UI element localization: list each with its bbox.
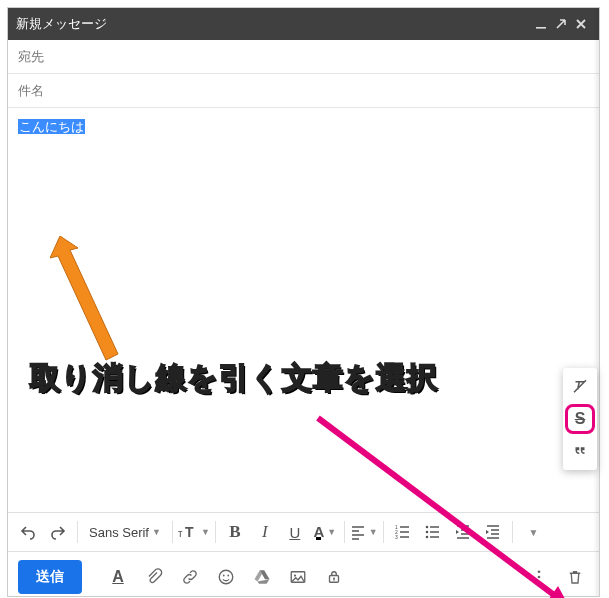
more-options-button[interactable] xyxy=(525,563,553,591)
insert-drive-button[interactable] xyxy=(248,563,276,591)
font-size-button[interactable]: тT ▼ xyxy=(178,518,210,546)
toolbar-separator xyxy=(215,521,216,543)
remove-formatting-button[interactable] xyxy=(565,372,595,402)
chevron-down-icon: ▼ xyxy=(152,527,161,537)
svg-point-25 xyxy=(538,576,541,579)
underline-button[interactable]: U xyxy=(281,518,309,546)
svg-rect-0 xyxy=(536,27,546,29)
italic-button[interactable]: I xyxy=(251,518,279,546)
chevron-down-icon: ▼ xyxy=(201,527,210,537)
confidential-mode-button[interactable] xyxy=(320,563,348,591)
svg-point-13 xyxy=(219,570,233,584)
svg-point-24 xyxy=(538,570,541,573)
annotation-text: 取り消し線を引く文章を選択 xyxy=(30,358,438,399)
font-family-selector[interactable]: Sans Serif ▼ xyxy=(83,518,167,546)
close-button[interactable] xyxy=(571,14,591,34)
text-color-button[interactable]: A ▼ xyxy=(311,518,339,546)
numbered-list-button[interactable]: 123 xyxy=(389,518,417,546)
svg-marker-1 xyxy=(50,236,118,360)
svg-text:т: т xyxy=(178,528,183,539)
insert-link-button[interactable] xyxy=(176,563,204,591)
send-button[interactable]: 送信 xyxy=(18,560,82,594)
attach-file-button[interactable] xyxy=(140,563,168,591)
svg-marker-18 xyxy=(258,579,270,584)
compose-body[interactable]: こんにちは 取り消し線を引く文章を選択 xyxy=(8,108,599,512)
to-field[interactable]: 宛先 xyxy=(8,40,599,74)
toolbar-separator xyxy=(77,521,78,543)
subject-label: 件名 xyxy=(18,82,44,100)
svg-point-8 xyxy=(426,526,429,529)
undo-button[interactable] xyxy=(14,518,42,546)
toolbar-separator xyxy=(172,521,173,543)
format-toolbar: Sans Serif ▼ тT ▼ B I U A ▼ ▼ 123 xyxy=(8,512,599,552)
svg-text:T: T xyxy=(185,524,194,540)
compose-titlebar: 新規メッセージ xyxy=(8,8,599,40)
svg-point-9 xyxy=(426,531,429,534)
toolbar-separator xyxy=(344,521,345,543)
text-color-glyph: A xyxy=(313,523,324,542)
bold-button[interactable]: B xyxy=(221,518,249,546)
svg-rect-23 xyxy=(333,579,334,581)
indent-less-button[interactable] xyxy=(449,518,477,546)
bulleted-list-button[interactable] xyxy=(419,518,447,546)
svg-marker-12 xyxy=(486,530,489,534)
align-button[interactable]: ▼ xyxy=(350,518,378,546)
formatting-toggle-button[interactable]: A xyxy=(104,563,132,591)
quote-button[interactable] xyxy=(565,436,595,466)
redo-button[interactable] xyxy=(44,518,72,546)
svg-marker-11 xyxy=(456,530,459,534)
popout-button[interactable] xyxy=(551,14,571,34)
annotation-arrow-top xyxy=(50,236,140,366)
compose-window: 新規メッセージ 宛先 件名 こんにちは xyxy=(8,8,599,596)
insert-photo-button[interactable] xyxy=(284,563,312,591)
svg-point-10 xyxy=(426,536,429,539)
subject-field[interactable]: 件名 xyxy=(8,74,599,108)
svg-text:3: 3 xyxy=(395,534,398,540)
selected-body-text: こんにちは xyxy=(18,119,85,134)
toolbar-separator xyxy=(512,521,513,543)
toolbar-separator xyxy=(383,521,384,543)
formatting-toggle-glyph: A xyxy=(112,568,124,586)
strikethrough-button[interactable]: S xyxy=(565,404,595,434)
svg-point-15 xyxy=(227,575,229,577)
svg-point-26 xyxy=(538,581,541,584)
minimize-button[interactable] xyxy=(531,14,551,34)
insert-emoji-button[interactable] xyxy=(212,563,240,591)
font-family-label: Sans Serif xyxy=(89,525,149,540)
chevron-down-icon: ▼ xyxy=(528,527,538,538)
strikethrough-glyph: S xyxy=(575,410,586,428)
svg-point-14 xyxy=(223,575,225,577)
to-label: 宛先 xyxy=(18,48,44,66)
compose-title: 新規メッセージ xyxy=(16,15,107,33)
discard-draft-button[interactable] xyxy=(561,563,589,591)
svg-point-20 xyxy=(294,574,296,576)
indent-more-button[interactable] xyxy=(479,518,507,546)
bottom-bar: 送信 A xyxy=(8,552,599,598)
chevron-down-icon: ▼ xyxy=(327,527,336,537)
chevron-down-icon: ▼ xyxy=(369,527,378,537)
more-formatting-button[interactable]: ▼ xyxy=(518,518,546,546)
formatting-popup: S xyxy=(563,368,597,470)
